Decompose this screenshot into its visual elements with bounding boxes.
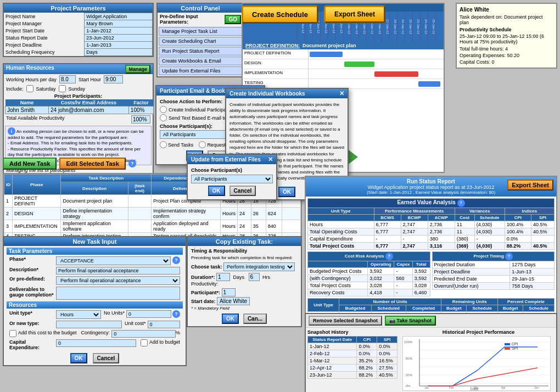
new-task-cancel-button[interactable]: Cancel [93, 353, 120, 363]
or-new-type-input[interactable] [56, 321, 122, 328]
choose-task-select[interactable]: Perform integration testing [223, 262, 295, 271]
add-new-task-button[interactable]: Add New Task [3, 158, 57, 170]
unit-type-select[interactable]: Hours [56, 310, 101, 319]
remove-snapshot-button[interactable]: Remove Selected Snapshot [309, 316, 382, 326]
duration-input[interactable] [216, 273, 230, 281]
svg-text:60%: 60% [406, 357, 413, 360]
no-units-input[interactable] [126, 310, 171, 318]
update-participants-select[interactable]: All Participants [191, 175, 273, 183]
workbooks-ok-button[interactable]: OK [278, 187, 295, 197]
copy-task-ok-button[interactable]: OK [222, 313, 239, 324]
status-report-body: Earned Value Analysis ? Unit Type Perfor… [306, 197, 556, 328]
unit-cost-input[interactable] [148, 321, 180, 328]
pt-val-3: 29-Jan-15 [510, 276, 555, 283]
menu-item-2[interactable]: Create Scheduling Chart [159, 37, 242, 46]
edit-selected-task-button[interactable]: Edit Selected Task [59, 158, 125, 170]
take-snapshot-button[interactable]: 📷 Take Snapshot [385, 316, 436, 326]
gantt-bar-2 [344, 61, 374, 67]
project-manager-label: Project Manager [4, 20, 85, 27]
timing-label: Timing & Responsibility [191, 248, 298, 254]
menu-item-3[interactable]: Run Project Status Report [159, 47, 242, 55]
total-productivity-value[interactable]: 100% [131, 115, 150, 124]
snap-row-2: 2-Feb-120.0%0.0% [308, 350, 397, 357]
ev-col-type2 [308, 215, 374, 221]
no-units-info-icon: ? [172, 310, 180, 318]
update-ok-button[interactable]: OK [208, 186, 225, 196]
deadline-value[interactable]: 1-Jan-2013 [85, 42, 153, 49]
action-1-radio[interactable] [160, 106, 167, 113]
participant-input[interactable] [222, 288, 236, 296]
menu-item-1[interactable]: Manage Project Task List [159, 27, 242, 36]
participant-label: Participant*: [191, 290, 220, 295]
status-date-value[interactable]: 23-Jun-2012 [85, 35, 153, 42]
working-hours-value[interactable]: 8.0 [59, 75, 76, 83]
ev-row-hours: Hours 6,777 2,747 2,736 11 (4,030) 100.4… [308, 221, 555, 228]
snapshot-history-section: Snapshot History Status Report Date CPI … [306, 328, 399, 392]
ev-total-op-acwp: 2,736 [428, 228, 455, 236]
ev-col-acwp: ACWP [428, 215, 455, 221]
capital-input[interactable] [56, 339, 136, 347]
update-cancel-button[interactable]: Cancel [229, 186, 256, 196]
pt-val-1: 1275 Days [510, 261, 555, 268]
participant-email[interactable]: 24 john@domain.com [49, 107, 129, 114]
pt-val-4: 758 Days [510, 283, 555, 290]
ev-total-proj-cost: (369) [455, 243, 474, 250]
task-dur-1 [128, 195, 151, 208]
project-definition-label[interactable]: PROJECT DEFINITION: [245, 43, 300, 48]
new-task-ok-button[interactable]: OK [70, 353, 87, 363]
deliverables-input[interactable] [56, 287, 180, 300]
update-dialog-close[interactable]: ✕ [268, 156, 273, 163]
snap-date-3: 1-Mar-12 [308, 357, 357, 365]
add-to-budget2-checkbox[interactable] [141, 339, 148, 346]
ev-capex-type: Capital Expenditure [308, 236, 374, 243]
date-col-14: 20-Jan-12 [405, 12, 413, 42]
task-row-2: 2 DESIGN Define implementation strategy … [4, 208, 301, 220]
workbooks-dialog-close[interactable]: ✕ [339, 90, 344, 97]
or-new-type-label: Or new type: [9, 321, 56, 326]
menu-item-4[interactable]: Create Workbooks & Email [159, 57, 242, 65]
request-progress-radio[interactable] [199, 141, 206, 148]
sunday-label: Sunday [69, 86, 86, 92]
contingency-label: Contingency: [81, 330, 110, 335]
add-to-budget-checkbox[interactable] [9, 330, 16, 337]
update-dialog-buttons: OK Cancel [191, 186, 273, 196]
start-date-value[interactable]: 1-Jan-2012 [85, 27, 153, 35]
snapshot-panel: Remove Selected Snapshot 📷 Take Snapshot… [305, 313, 557, 392]
snapshot-body: Snapshot History Status Report Date CPI … [306, 328, 556, 392]
phase-select[interactable]: ACCEPTANCE [56, 256, 171, 265]
create-schedule-button[interactable]: Create Schedule [242, 5, 318, 24]
project-manager-value[interactable]: Mary Brown [85, 20, 153, 27]
sunday-checkbox[interactable] [59, 85, 66, 92]
start-hour-value[interactable]: 9:00 [104, 75, 123, 83]
description-label: Description* [9, 267, 56, 272]
participant-factor[interactable]: 100% [128, 107, 153, 114]
task-dur-3 [128, 220, 151, 233]
participant-name[interactable]: John Smith [5, 107, 49, 114]
unit-type-row: Unit type* Hours No Units* ? [9, 310, 180, 319]
action-2-radio[interactable] [160, 114, 167, 121]
saturday-checkbox[interactable] [26, 85, 33, 92]
task-capital-3 [282, 220, 301, 233]
ca-col-rem-sched: Schedule [467, 305, 498, 312]
send-tasks-radio[interactable] [160, 141, 167, 148]
hr-title: Human Resources [6, 65, 54, 74]
manage-button[interactable]: Manage [125, 65, 150, 74]
snapshot-history-title: Snapshot History [307, 329, 397, 335]
copy-task-cancel-button[interactable]: Can... [243, 313, 267, 324]
contingency-input[interactable] [111, 330, 176, 338]
go-button[interactable]: GO [225, 15, 241, 24]
project-name-value[interactable]: Widget Application [85, 13, 153, 20]
export-sheet-button-top[interactable]: Export Sheet [324, 5, 385, 23]
scheduling-freq-value[interactable]: Days [85, 49, 153, 56]
ev-row-total-proj: Total Project Costs 6,777 2,747 3,116 (3… [308, 243, 555, 250]
start-date-value[interactable]: Alice White [217, 297, 250, 305]
project-timing-section: Project Timing ? Projected Duration1275 … [432, 251, 555, 296]
description-input[interactable] [56, 267, 180, 275]
predefined-select[interactable]: Perform final operational acceptance [56, 276, 180, 285]
hrs-input[interactable] [249, 273, 260, 281]
ev-total-op-cpi: 100.4% [505, 228, 531, 236]
gantt-task-name-1: PROJECT DEFINITION [243, 49, 309, 59]
export-sheet-button-status[interactable]: Export Sheet [507, 180, 553, 191]
menu-item-5[interactable]: Update from External Files [159, 66, 242, 75]
ev-total-op-cost: 11 [455, 228, 474, 236]
